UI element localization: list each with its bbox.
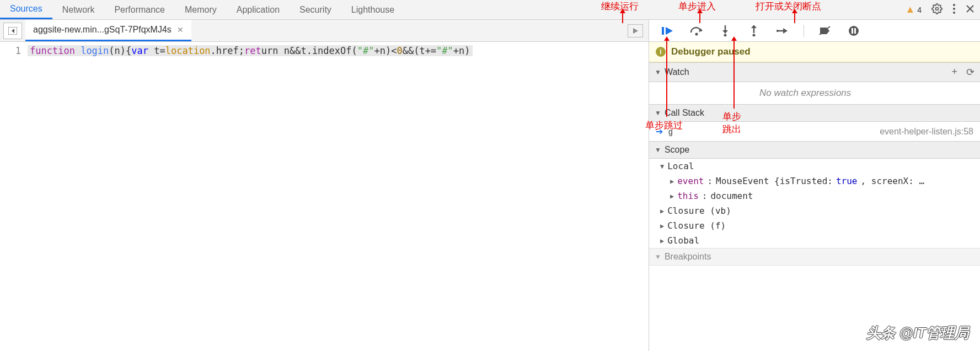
step-into-button[interactable] [717, 23, 733, 39]
expand-icon: ▼ [660, 163, 664, 170]
this-value: document [710, 191, 753, 201]
arrow-step-over [666, 40, 667, 117]
line-number: 1 [0, 45, 28, 56]
closure-vb-label: Closure (vb) [667, 206, 731, 216]
collapse-icon: ▼ [655, 253, 661, 261]
watermark: 头条 @IT管理局 [866, 323, 969, 343]
add-watch-icon[interactable]: + [951, 66, 957, 78]
refresh-watch-icon[interactable]: ⟳ [966, 66, 974, 78]
warnings-count: 4 [917, 6, 922, 14]
step-over-button[interactable] [689, 23, 704, 39]
svg-point-1 [953, 4, 955, 6]
code-editor[interactable]: 1 function login(n){var t=location.href;… [0, 42, 649, 60]
file-tab-active[interactable]: aggsite-new.min...gSqT-7PfqxMJ4s ✕ [25, 20, 191, 41]
svg-marker-20 [783, 28, 788, 34]
scope-global[interactable]: ▶ Global [649, 233, 980, 248]
debugger-paused-bar: i Debugger paused [649, 42, 980, 62]
event-value: MouseEvent {isTrusted: [716, 176, 833, 186]
main-area: aggsite-new.min...gSqT-7PfqxMJ4s ✕ 1 fun… [0, 20, 980, 351]
expand-icon: ▶ [660, 222, 664, 230]
tab-memory[interactable]: Memory [175, 0, 227, 19]
run-snippet-icon[interactable] [628, 24, 643, 37]
scope-closure-vb[interactable]: ▶ Closure (vb) [649, 203, 980, 218]
svg-point-12 [695, 33, 698, 35]
svg-point-0 [936, 8, 939, 10]
step-out-button[interactable] [746, 23, 762, 39]
breakpoints-label: Breakpoints [665, 252, 711, 262]
scope-event[interactable]: ▶ event: MouseEvent {isTrusted: true, sc… [649, 174, 980, 188]
callstack-frame[interactable]: ➔ g event-helper-listen.js:58 [649, 122, 980, 141]
svg-rect-24 [852, 28, 853, 34]
svg-marker-14 [722, 30, 728, 34]
tab-performance[interactable]: Performance [104, 0, 175, 19]
svg-rect-9 [662, 27, 664, 35]
devtools-tab-bar: Sources Network Performance Memory Appli… [0, 0, 980, 20]
debugger-paused-label: Debugger paused [671, 46, 751, 57]
svg-point-23 [849, 26, 859, 36]
callstack-label: Call Stack [665, 108, 704, 118]
closure-f-label: Closure (f) [667, 220, 726, 231]
close-icon[interactable] [966, 4, 974, 15]
svg-point-18 [753, 34, 756, 36]
stack-function-name: g [668, 127, 673, 136]
tab-network[interactable]: Network [52, 0, 105, 19]
warnings-badge[interactable]: ▲ 4 [905, 4, 922, 15]
arrow-step-into [699, 12, 700, 23]
expand-icon: ▶ [670, 177, 674, 185]
tab-sources[interactable]: Sources [0, 0, 52, 19]
stack-source-location: event-helper-listen.js:58 [880, 127, 973, 137]
svg-marker-17 [751, 25, 757, 28]
watch-section-header[interactable]: ▼ Watch + ⟳ [649, 62, 980, 82]
debugger-toolbar [649, 20, 980, 42]
expand-icon: ▶ [660, 207, 664, 215]
info-icon: i [656, 47, 666, 57]
toolbar-separator [804, 25, 804, 37]
code-line-1: function login(n){var t=location.href;re… [28, 45, 473, 56]
arrow-step-out [733, 40, 735, 109]
arrow-resume [622, 12, 623, 23]
callstack-section-header[interactable]: ▼ Call Stack [649, 104, 980, 122]
tab-lighthouse[interactable]: Lighthouse [341, 0, 404, 19]
tab-application[interactable]: Application [227, 0, 290, 19]
svg-point-21 [776, 30, 779, 32]
svg-marker-10 [666, 27, 673, 35]
collapse-icon: ▼ [655, 68, 661, 76]
prop-event: event [677, 176, 704, 186]
current-frame-icon: ➔ [656, 126, 663, 137]
top-right-controls: ▲ 4 [905, 0, 974, 19]
step-button[interactable] [775, 23, 790, 39]
svg-marker-8 [633, 28, 638, 34]
svg-rect-25 [854, 28, 856, 34]
no-watch-text: No watch expressions [649, 82, 980, 104]
gear-icon[interactable] [931, 3, 942, 16]
file-tab-bar: aggsite-new.min...gSqT-7PfqxMJ4s ✕ [0, 20, 649, 42]
kebab-icon[interactable] [952, 3, 956, 16]
collapse-icon: ▼ [655, 146, 661, 154]
breakpoints-section-header[interactable]: ▼ Breakpoints [649, 248, 980, 266]
scope-local-label: Local [667, 161, 694, 171]
pause-on-exceptions-button[interactable] [846, 23, 861, 39]
file-tab-close-icon[interactable]: ✕ [177, 25, 184, 34]
watch-label: Watch [665, 67, 689, 77]
collapse-icon: ▼ [655, 109, 661, 117]
global-label: Global [667, 235, 699, 246]
tab-security[interactable]: Security [290, 0, 341, 19]
arrow-toggle-bp [794, 12, 795, 23]
svg-point-15 [724, 34, 727, 36]
tabs-container: Sources Network Performance Memory Appli… [0, 0, 404, 19]
scope-this[interactable]: ▶ this: document [649, 188, 980, 203]
scope-closure-f[interactable]: ▶ Closure (f) [649, 218, 980, 233]
svg-point-2 [953, 8, 955, 10]
svg-point-3 [953, 12, 955, 14]
svg-marker-7 [12, 29, 14, 33]
source-pane: aggsite-new.min...gSqT-7PfqxMJ4s ✕ 1 fun… [0, 20, 649, 351]
scope-section-header[interactable]: ▼ Scope [649, 141, 980, 159]
navigator-toggle-icon[interactable] [3, 23, 22, 39]
deactivate-breakpoints-button[interactable] [817, 23, 833, 39]
scope-local[interactable]: ▼ Local [649, 159, 980, 174]
prop-this: this [677, 191, 699, 201]
scope-label: Scope [665, 145, 689, 155]
debugger-pane: i Debugger paused ▼ Watch + ⟳ No watch e… [649, 20, 980, 351]
expand-icon: ▶ [660, 237, 664, 245]
file-tab-label: aggsite-new.min...gSqT-7PfqxMJ4s [33, 25, 172, 35]
